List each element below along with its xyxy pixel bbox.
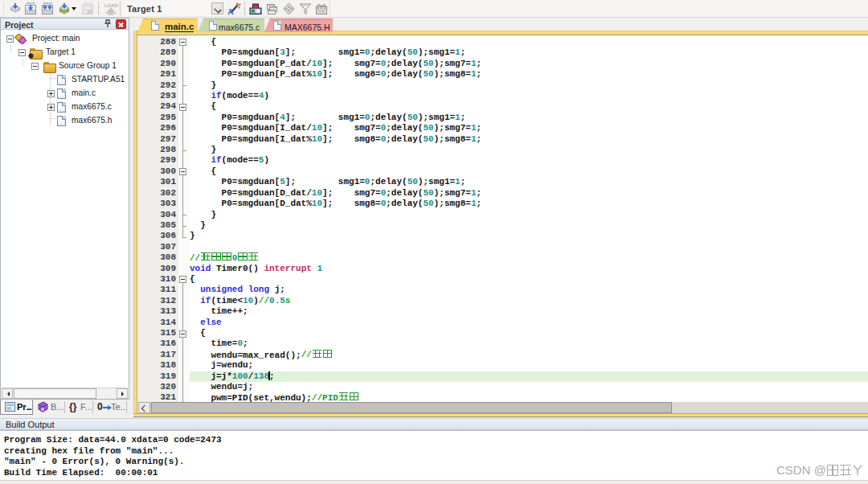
svg-text:LOAD: LOAD bbox=[104, 3, 118, 8]
